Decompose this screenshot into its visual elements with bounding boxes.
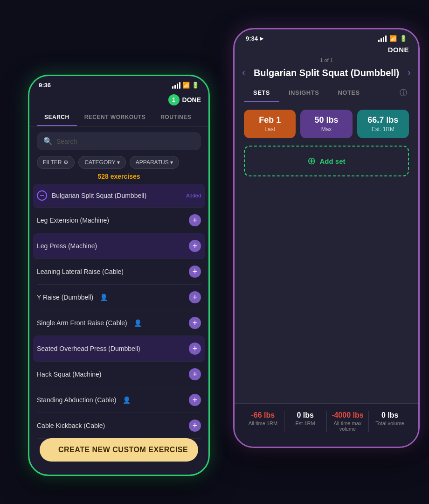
add-icon[interactable]: +: [189, 214, 201, 226]
list-item[interactable]: Cable Kickback (Cable) +: [37, 413, 201, 439]
status-icons-left: 📶 🔋: [172, 82, 199, 89]
list-item[interactable]: − Bulgarian Split Squat (Dumbbell) Added: [33, 184, 205, 208]
last-date-val: Feb 1: [249, 115, 290, 125]
exercise-item-left: − Bulgarian Split Squat (Dumbbell): [37, 190, 146, 201]
all-time-1rm-lbl: All time 1RM: [244, 420, 282, 426]
tab-recent-workouts[interactable]: RECENT WORKOUTS: [77, 109, 153, 126]
exercise-name: Leaning Lateral Raise (Cable): [37, 268, 124, 275]
exercise-item-left: Standing Abduction (Cable) 👤: [37, 396, 131, 404]
add-icon[interactable]: +: [189, 420, 201, 432]
add-icon[interactable]: +: [189, 317, 201, 329]
all-time-1rm-val: -66 lbs: [244, 411, 282, 420]
exercise-item-left: Leaning Lateral Raise (Cable): [37, 268, 124, 275]
header-left: 1 DONE: [29, 91, 208, 109]
tab-bar-left: SEARCH RECENT WORKOUTS ROUTINES: [29, 109, 208, 126]
done-text[interactable]: DONE: [388, 46, 409, 54]
battery-icon-right: 🔋: [400, 35, 407, 42]
list-item[interactable]: Standing Abduction (Cable) 👤 +: [37, 387, 201, 413]
notch-right: [296, 29, 357, 42]
all-time-vol-val: -4000 lbs: [329, 411, 367, 420]
exercise-name: Bulgarian Split Squat (Dumbbell): [52, 192, 146, 199]
last-date-card: Feb 1 Last: [244, 110, 296, 138]
stat-divider: [368, 411, 369, 432]
list-item[interactable]: Leg Press (Machine) +: [33, 233, 205, 259]
add-set-button[interactable]: ⊕ Add set: [244, 146, 409, 176]
exercise-item-left: Hack Squat (Machine): [37, 371, 102, 378]
est-1rm-stat: 0 lbs Est 1RM: [286, 411, 325, 432]
list-item[interactable]: Leaning Lateral Raise (Cable) +: [37, 259, 201, 285]
tab-notes[interactable]: NOTES: [328, 84, 369, 102]
next-exercise-button[interactable]: ›: [408, 67, 411, 79]
done-count: 1: [168, 94, 180, 105]
list-item[interactable]: Single Arm Front Raise (Cable) 👤 +: [37, 310, 201, 336]
stats-row: Feb 1 Last 50 lbs Max 66.7 lbs Est. 1RM: [235, 102, 418, 144]
exercise-nav: ‹ Bulgarian Split Squat (Dumbbell) ›: [235, 65, 418, 84]
total-vol-stat: 0 lbs Total volume: [371, 411, 409, 432]
signal-icon-right: [378, 35, 387, 42]
bottom-stats: -66 lbs All time 1RM 0 lbs Est 1RM -4000…: [235, 403, 418, 447]
tab-insights[interactable]: INSIGHTS: [279, 84, 328, 102]
category-filter[interactable]: CATEGORY ▾: [78, 156, 125, 169]
done-badge[interactable]: 1 DONE: [168, 94, 201, 105]
tab-sets[interactable]: SETS: [244, 84, 279, 102]
all-time-vol-stat: -4000 lbs All time max volume: [329, 411, 367, 432]
add-icon[interactable]: +: [189, 240, 201, 252]
remove-icon[interactable]: −: [37, 190, 47, 201]
search-bar[interactable]: 🔍 Search: [37, 132, 201, 150]
done-label: DONE: [182, 96, 201, 104]
filter-button[interactable]: FILTER ⚙: [37, 156, 75, 169]
page-indicator: 1 of 1: [235, 57, 418, 63]
add-icon[interactable]: +: [189, 394, 201, 406]
est-1rm-card: 66.7 lbs Est. 1RM: [357, 110, 409, 138]
max-weight-val: 50 lbs: [306, 115, 346, 125]
exercise-name: Standing Abduction (Cable): [37, 396, 116, 404]
list-item[interactable]: Seated Overhead Press (Dumbbell) +: [33, 336, 205, 362]
list-item[interactable]: Hack Squat (Machine) +: [37, 362, 201, 387]
person-icon: 👤: [134, 319, 142, 327]
filter-icon: ⚙: [63, 159, 69, 166]
exercise-name: Cable Kickback (Cable): [37, 422, 105, 429]
est-1rm-bottom-val: 0 lbs: [286, 411, 325, 420]
count-suffix: exercises: [109, 173, 140, 180]
search-input-placeholder: Search: [56, 138, 77, 145]
notch-left: [89, 76, 149, 89]
signal-icon: [172, 82, 180, 89]
prev-exercise-button[interactable]: ‹: [242, 67, 245, 79]
apparatus-filter[interactable]: APPARATUS ▾: [130, 156, 179, 169]
exercise-item-left: Seated Overhead Press (Dumbbell): [37, 345, 140, 352]
stat-divider: [284, 411, 284, 432]
all-time-1rm-stat: -66 lbs All time 1RM: [244, 411, 282, 432]
category-label: CATEGORY ▾: [84, 159, 119, 166]
exercise-name: Y Raise (Dumbbell): [37, 294, 93, 301]
exercise-item-left: Y Raise (Dumbbell) 👤: [37, 294, 108, 301]
add-icon[interactable]: +: [189, 266, 201, 278]
status-icons-right: 📶 🔋: [378, 35, 407, 42]
tab-bar-right: SETS INSIGHTS NOTES ⓘ: [235, 84, 418, 102]
exercise-name: Single Arm Front Raise (Cable): [37, 319, 127, 327]
exercise-item-left: Cable Kickback (Cable): [37, 422, 105, 429]
wifi-icon: 📶: [182, 82, 190, 89]
max-weight-lbl: Max: [306, 126, 346, 133]
list-item[interactable]: Y Raise (Dumbbell) 👤 +: [37, 285, 201, 310]
last-date-lbl: Last: [249, 126, 290, 133]
exercise-title: Bulgarian Split Squat (Dumbbell): [251, 68, 401, 78]
done-row: DONE: [235, 44, 418, 57]
count-number: 528: [97, 173, 108, 180]
tab-search[interactable]: SEARCH: [37, 109, 77, 126]
list-item[interactable]: Leg Extension (Machine) +: [37, 208, 201, 233]
exercise-item-left: Single Arm Front Raise (Cable) 👤: [37, 319, 142, 327]
search-icon: 🔍: [43, 137, 53, 146]
filter-row: FILTER ⚙ CATEGORY ▾ APPARATUS ▾: [29, 156, 208, 169]
info-icon[interactable]: ⓘ: [400, 84, 409, 102]
person-icon: 👤: [123, 396, 131, 404]
add-icon[interactable]: +: [189, 291, 201, 303]
added-label: Added: [186, 193, 201, 198]
add-icon[interactable]: +: [189, 343, 201, 355]
phone-left: 9:36 📶 🔋 1 DONE SEARCH RECENT WORKOUTS R…: [28, 75, 210, 476]
tab-routines[interactable]: ROUTINES: [153, 109, 199, 126]
exercise-name: Hack Squat (Machine): [37, 371, 102, 378]
create-custom-exercise-button[interactable]: CREATE NEW CUSTOM EXERCISE: [40, 438, 198, 462]
add-icon[interactable]: +: [189, 368, 201, 380]
add-set-icon: ⊕: [307, 155, 316, 167]
person-icon: 👤: [100, 294, 108, 301]
